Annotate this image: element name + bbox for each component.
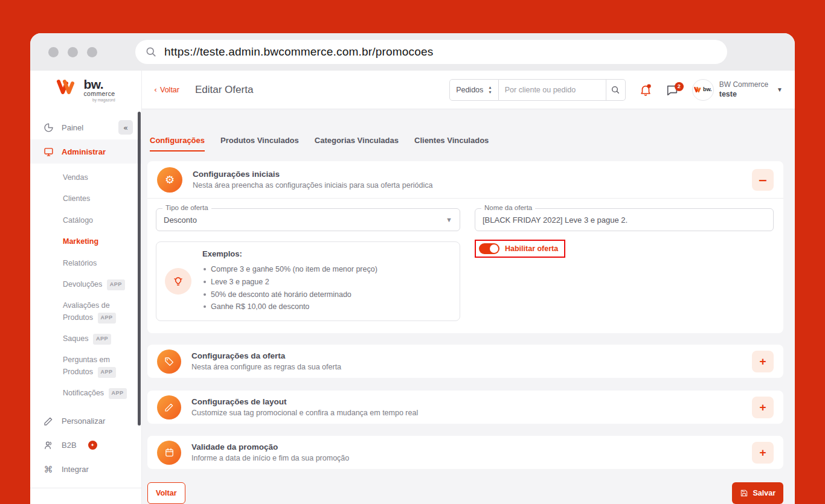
notifications-button[interactable] [639, 83, 652, 97]
expand-section-button[interactable]: + [752, 397, 774, 418]
nome-da-oferta-field: Nome da oferta [475, 208, 774, 231]
account-user: teste [719, 89, 768, 99]
gear-icon: ⚙ [157, 167, 182, 193]
section-subtitle: Informe a data de início e fim da sua pr… [191, 454, 349, 462]
sidebar-item-painel[interactable]: Painel « [30, 115, 141, 139]
expand-section-button[interactable]: + [752, 351, 774, 372]
tipo-de-oferta-select[interactable]: Tipo de oferta Desconto ▼ [156, 208, 460, 231]
window-control-minimize[interactable] [68, 47, 78, 57]
search-icon [611, 85, 620, 95]
section-header[interactable]: Configurações de layout Customize sua ta… [147, 391, 783, 424]
sidebar-item-label: Administrar [62, 147, 106, 156]
sidebar-item-label: Personalizar [62, 416, 105, 426]
url-text: https://teste.admin.bwcommerce.com.br/pr… [164, 45, 434, 59]
browser-chrome: https://teste.admin.bwcommerce.com.br/pr… [30, 33, 795, 71]
section-header[interactable]: Configurações da oferta Nesta área confi… [147, 345, 783, 378]
sidebar-item-relatorios[interactable]: Relatórios [30, 253, 141, 274]
section-subtitle: Customize sua tag promocional e confira … [191, 409, 418, 417]
sidebar-item-marketing[interactable]: Marketing [30, 231, 141, 252]
sidebar-item-saques[interactable]: Saques APP [30, 328, 141, 349]
avatar: bw. [692, 79, 714, 101]
app-badge: APP [98, 313, 116, 324]
annotation-highlight-box: Habilitar oferta [475, 240, 565, 258]
messages-count-badge: 2 [675, 82, 684, 91]
sidebar: bw. commerce by magazord Painel « [30, 71, 142, 504]
sidebar-item-vendas[interactable]: Vendas [30, 167, 141, 188]
voltar-button[interactable]: Voltar [147, 482, 185, 504]
sidebar-scrollbar[interactable] [138, 112, 141, 426]
logo-text: bw. [83, 78, 115, 91]
section-subtitle: Nesta área preencha as configurações ini… [193, 181, 432, 190]
users-icon [43, 440, 54, 450]
section-header[interactable]: Validade da promoção Informe a data de i… [147, 436, 783, 469]
sidebar-item-configurar[interactable]: ⚙ Configurar [30, 497, 141, 504]
bw-logo-mark-icon [56, 78, 79, 98]
section-header[interactable]: ⚙ Configurações iniciais Nesta área pree… [147, 161, 783, 199]
section-configuracoes-iniciais: ⚙ Configurações iniciais Nesta área pree… [147, 161, 783, 333]
collapse-section-button[interactable]: − [752, 169, 774, 191]
tab-produtos-vinculados[interactable]: Produtos Vinculados [220, 136, 299, 152]
salvar-button[interactable]: Salvar [732, 482, 783, 504]
sidebar-item-devolucoes[interactable]: Devoluções APP [30, 274, 141, 295]
habilitar-oferta-toggle[interactable] [479, 243, 499, 254]
sidebar-divider [30, 488, 141, 488]
avatar-logo-text: bw. [703, 87, 712, 92]
tag-icon [157, 349, 181, 374]
sidebar-item-perguntas[interactable]: Perguntas em Produtos APP [30, 349, 141, 383]
app-badge: APP [109, 388, 127, 399]
b2b-alert-badge: ✦ [88, 441, 97, 450]
window-control-close[interactable] [48, 47, 59, 57]
logo-subtext: commerce [83, 91, 115, 97]
tab-categorias-vinculadas[interactable]: Categorias Vinculadas [315, 136, 399, 152]
sidebar-item-b2b[interactable]: B2B ✦ [30, 433, 141, 458]
messages-button[interactable]: 2 [666, 83, 679, 97]
examples-panel: Exemplos: Compre 3 e ganhe 50% (no item … [156, 241, 460, 321]
window-control-maximize[interactable] [87, 47, 97, 57]
global-search: Pedidos ▲▼ [449, 79, 626, 101]
section-configuracoes-de-layout: Configurações de layout Customize sua ta… [147, 391, 783, 424]
section-title: Configurações da oferta [191, 351, 341, 360]
page-title: Editar Oferta [195, 84, 253, 96]
search-filter-select[interactable]: Pedidos ▲▼ [449, 79, 499, 101]
address-bar[interactable]: https://teste.admin.bwcommerce.com.br/pr… [135, 40, 727, 64]
save-icon [740, 489, 748, 497]
sidebar-item-label: B2B [62, 441, 77, 450]
pencil-icon [157, 395, 181, 419]
sidebar-nav: Painel « Administrar Vendas Clientes Cat… [30, 109, 141, 504]
section-title: Validade da promoção [191, 442, 349, 451]
sidebar-item-administrar[interactable]: Administrar [30, 139, 141, 164]
sidebar-item-avaliacoes[interactable]: Avaliações de Produtos APP [30, 295, 141, 328]
back-link[interactable]: ‹ Voltar [154, 85, 179, 94]
sidebar-item-integrar[interactable]: ⌘ Integrar [30, 458, 141, 482]
search-button[interactable] [606, 79, 626, 101]
example-item: Ganhe R$ 10,00 de desconto [202, 301, 377, 313]
app-badge: APP [107, 279, 125, 290]
tab-bar: Configurações Produtos Vinculados Catego… [150, 136, 783, 152]
tab-clientes-vinculados[interactable]: Clientes Vinculados [414, 136, 489, 152]
example-item: Leve 3 e pague 2 [202, 276, 377, 289]
sidebar-item-clientes[interactable]: Clientes [30, 188, 141, 209]
chevron-down-icon: ▼ [446, 216, 452, 223]
sidebar-item-notificacoes[interactable]: Notificações APP [30, 383, 141, 404]
toggle-label: Habilitar oferta [505, 244, 558, 253]
nome-da-oferta-input[interactable] [483, 215, 766, 225]
search-input[interactable] [499, 79, 606, 101]
tab-configuracoes[interactable]: Configurações [150, 136, 205, 152]
toggle-knob [490, 244, 498, 253]
logo-byline: by magazord [83, 98, 115, 103]
examples-list: Compre 3 e ganhe 50% (no item de menor p… [202, 263, 377, 313]
command-icon: ⌘ [43, 464, 54, 475]
chevron-left-icon: ‹ [154, 85, 157, 94]
sidebar-item-catalogo[interactable]: Catálogo [30, 210, 141, 231]
window-controls [48, 47, 97, 57]
chevron-down-icon: ▼ [777, 86, 783, 93]
calendar-icon [157, 441, 181, 465]
sidebar-item-personalizar[interactable]: Personalizar [30, 409, 141, 433]
account-menu[interactable]: bw. BW Commerce teste ▼ [692, 79, 783, 101]
expand-section-button[interactable]: + [752, 442, 774, 464]
example-item: 50% de desconto até horário determinado [202, 289, 377, 301]
brand-logo[interactable]: bw. commerce by magazord [30, 71, 141, 109]
sort-carets-icon: ▲▼ [488, 85, 492, 94]
sidebar-collapse-button[interactable]: « [118, 120, 133, 135]
field-label: Nome da oferta [481, 204, 535, 211]
